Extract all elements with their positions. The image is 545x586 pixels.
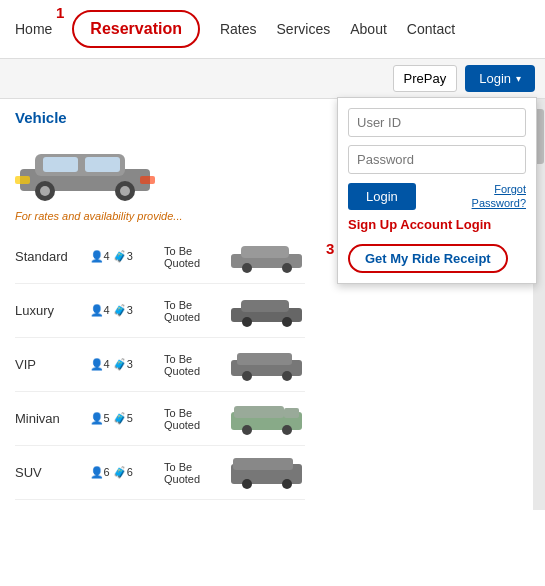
svg-rect-15 [241, 300, 289, 312]
status-col: To BeQuoted [164, 245, 221, 269]
forgot-line1: Forgot [494, 183, 526, 195]
status-col: To BeQuoted [164, 299, 221, 323]
svg-rect-8 [15, 176, 30, 184]
status-col: To BeQuoted [164, 407, 221, 431]
svg-rect-9 [140, 176, 155, 184]
forgot-line2: Password? [472, 197, 526, 209]
badge-1: 1 [56, 4, 64, 21]
svg-point-17 [282, 317, 292, 327]
svg-rect-23 [234, 406, 284, 418]
availability-note: For rates and availability provide... [15, 210, 305, 222]
table-row: Minivan 👤5 🧳5 To BeQuoted [15, 392, 305, 446]
svg-point-26 [282, 425, 292, 435]
login-button[interactable]: Login ▾ [465, 65, 535, 92]
vehicle-thumbnail [229, 290, 305, 331]
vehicle-list: Standard 👤4 🧳3 To BeQuoted Luxury [15, 230, 305, 500]
status-col: To BeQuoted [164, 353, 221, 377]
luxury-car-icon [229, 290, 304, 328]
vehicle-thumbnail [229, 236, 305, 277]
badge-3: 3 [326, 240, 336, 257]
vehicle-thumbnail [229, 398, 305, 439]
login-dropdown: Login Forgot Password? Sign Up Account L… [337, 97, 537, 284]
signup-link[interactable]: Sign Up Account Login [348, 217, 526, 232]
svg-rect-19 [237, 353, 292, 365]
password-input[interactable] [348, 145, 526, 174]
signup-text: Sign Up [348, 217, 397, 232]
svg-point-25 [242, 425, 252, 435]
vehicle-name: SUV [15, 465, 82, 480]
vehicle-icons: 👤4 🧳3 [90, 250, 157, 263]
vehicle-icons: 👤4 🧳3 [90, 358, 157, 371]
prepay-button[interactable]: PrePay [393, 65, 458, 92]
nav-home[interactable]: Home [15, 21, 52, 37]
svg-rect-2 [43, 157, 78, 172]
login-row: Login Forgot Password? [348, 182, 526, 211]
nav-services[interactable]: Services [277, 21, 331, 37]
vehicle-name: Minivan [15, 411, 82, 426]
vehicle-image [15, 134, 155, 204]
dropdown-login-button[interactable]: Login [348, 183, 416, 210]
vehicle-thumbnail [229, 344, 305, 385]
status-col: To BeQuoted [164, 461, 221, 485]
sedan-icon [229, 236, 304, 274]
vip-car-icon [229, 344, 304, 382]
svg-rect-3 [85, 157, 120, 172]
vehicle-panel: Vehicle For rates and availability provi… [15, 109, 305, 500]
svg-point-7 [120, 186, 130, 196]
caret-icon: ▾ [516, 73, 521, 84]
account-login-text: Account Login [400, 217, 491, 232]
forgot-password-link[interactable]: Forgot Password? [472, 182, 526, 211]
vehicle-icons: 👤5 🧳5 [90, 412, 157, 425]
svg-rect-28 [233, 458, 293, 470]
svg-rect-11 [241, 246, 289, 258]
suv-icon [229, 452, 304, 490]
car-svg-icon [15, 134, 155, 204]
vehicle-heading: Vehicle [15, 109, 305, 126]
nav-reservation[interactable]: Reservation [72, 10, 200, 48]
table-row: VIP 👤4 🧳3 To BeQuoted [15, 338, 305, 392]
get-ride-receipt-button[interactable]: Get My Ride Receipt [348, 244, 508, 273]
vehicle-name: Standard [15, 249, 82, 264]
table-row: Luxury 👤4 🧳3 To BeQuoted [15, 284, 305, 338]
nav-links: Home Reservation Rates Services About Co… [15, 10, 455, 48]
svg-point-12 [242, 263, 252, 273]
top-bar: PrePay Login ▾ 2 Login Forgot Password? … [0, 59, 545, 99]
svg-point-5 [40, 186, 50, 196]
svg-point-21 [282, 371, 292, 381]
login-label: Login [479, 71, 511, 86]
svg-point-29 [242, 479, 252, 489]
svg-point-20 [242, 371, 252, 381]
table-row: Standard 👤4 🧳3 To BeQuoted [15, 230, 305, 284]
svg-rect-24 [284, 408, 299, 418]
nav-contact[interactable]: Contact [407, 21, 455, 37]
table-row: SUV 👤6 🧳6 To BeQuoted [15, 446, 305, 500]
nav-about[interactable]: About [350, 21, 387, 37]
svg-point-16 [242, 317, 252, 327]
svg-point-30 [282, 479, 292, 489]
vehicle-icons: 👤4 🧳3 [90, 304, 157, 317]
userid-input[interactable] [348, 108, 526, 137]
vehicle-name: Luxury [15, 303, 82, 318]
navbar: Home Reservation Rates Services About Co… [0, 0, 545, 59]
nav-rates[interactable]: Rates [220, 21, 257, 37]
svg-point-13 [282, 263, 292, 273]
vehicle-icons: 👤6 🧳6 [90, 466, 157, 479]
vehicle-thumbnail [229, 452, 305, 493]
minivan-icon [229, 398, 304, 436]
vehicle-name: VIP [15, 357, 82, 372]
